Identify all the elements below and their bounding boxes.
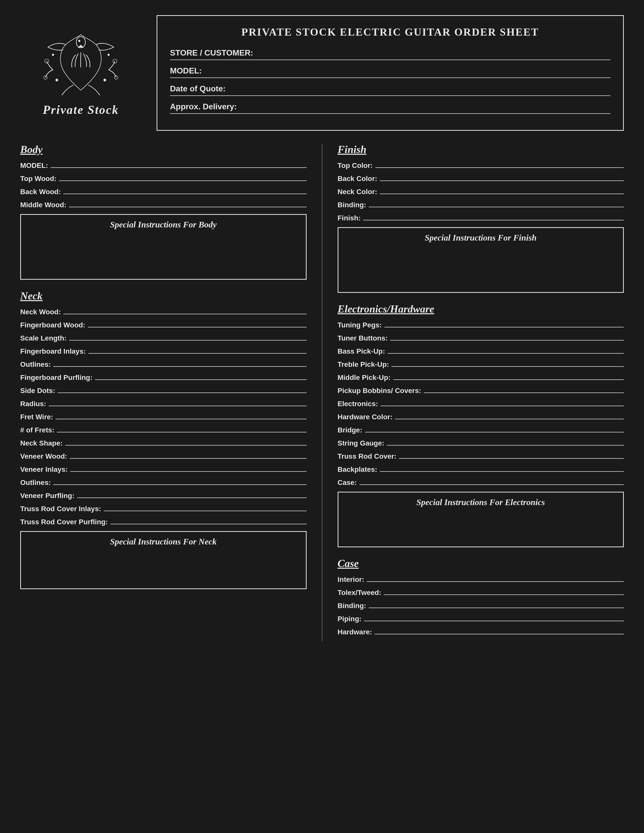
truss-rod-cover-inlays-line (104, 506, 307, 511)
fingerboard-purfling-line (95, 374, 306, 380)
tolex-tweed-line (384, 589, 624, 595)
middle-pickup-label: Middle Pick-Up: (338, 373, 391, 382)
veneer-wood-row: Veneer Wood: (20, 452, 307, 460)
header-form: PRIVATE STOCK ELECTRIC GUITAR ORDER SHEE… (156, 15, 624, 131)
num-frets-row: # of Frets: (20, 426, 307, 434)
piping-line (364, 616, 624, 621)
veneer-wood-label: Veneer Wood: (20, 452, 67, 460)
neck-instructions-box: Special Instructions For Neck (20, 531, 307, 589)
interior-line (367, 576, 624, 582)
top-wood-line (59, 175, 307, 181)
fingerboard-inlays-line (89, 348, 307, 354)
electronics-row: Electronics: (338, 400, 624, 408)
top-color-row: Top Color: (338, 162, 624, 170)
tuner-buttons-line (390, 335, 624, 341)
scale-length-line (69, 335, 307, 341)
string-gauge-line (387, 440, 624, 445)
back-wood-row: Back Wood: (20, 188, 307, 196)
neck-section: Neck Neck Wood: Fingerboard Wood: Scale … (20, 290, 307, 589)
electronics-section-title: Electronics/Hardware (338, 303, 624, 315)
body-model-line (50, 162, 306, 168)
finish-instructions-box: Special Instructions For Finish (338, 227, 624, 293)
finish-section: Finish Top Color: Back Color: Neck Color… (338, 143, 624, 293)
tuning-pegs-line (385, 322, 624, 327)
logo-brand-name: Private Stock (43, 103, 119, 117)
side-dots-label: Side Dots: (20, 387, 55, 395)
back-color-label: Back Color: (338, 175, 377, 183)
top-wood-label: Top Wood: (20, 175, 56, 183)
right-column: Finish Top Color: Back Color: Neck Color… (338, 143, 624, 641)
back-wood-line (63, 188, 306, 194)
electronics-instructions-box: Special Instructions For Electronics (338, 492, 624, 547)
fret-wire-label: Fret Wire: (20, 413, 53, 421)
scale-length-label: Scale Length: (20, 334, 67, 342)
neck-section-title: Neck (20, 290, 307, 302)
side-dots-row: Side Dots: (20, 387, 307, 395)
outlines-row: Outlines: (20, 360, 307, 368)
hardware-row: Hardware: (338, 628, 624, 636)
form-title: PRIVATE STOCK ELECTRIC GUITAR ORDER SHEE… (170, 26, 610, 38)
case-electronics-label: Case: (338, 479, 357, 487)
fret-wire-line (56, 414, 306, 419)
neck-shape-row: Neck Shape: (20, 439, 307, 447)
header-area: Private Stock PRIVATE STOCK ELECTRIC GUI… (20, 15, 624, 131)
bridge-line (365, 427, 624, 433)
truss-rod-cover-inlays-label: Truss Rod Cover Inlays: (20, 505, 101, 513)
case-section-title: Case (338, 557, 624, 569)
model-header-label: MODEL: (170, 66, 251, 76)
fingerboard-wood-label: Fingerboard Wood: (20, 321, 85, 329)
finish-line (363, 215, 624, 220)
veneer-purfling-label: Veneer Purfling: (20, 492, 74, 500)
pickup-bobbins-label: Pickup Bobbins/ Covers: (338, 387, 421, 395)
tuner-buttons-label: Tuner Buttons: (338, 334, 388, 342)
string-gauge-row: String Gauge: (338, 439, 624, 447)
neck-wood-row: Neck Wood: (20, 308, 307, 316)
backplates-label: Backplates: (338, 465, 377, 474)
electronics-section: Electronics/Hardware Tuning Pegs: Tuner … (338, 303, 624, 547)
outlines2-row: Outlines: (20, 479, 307, 487)
scale-length-row: Scale Length: (20, 334, 307, 342)
page: Private Stock PRIVATE STOCK ELECTRIC GUI… (20, 15, 624, 818)
pickup-bobbins-line (424, 388, 624, 393)
string-gauge-label: String Gauge: (338, 439, 385, 447)
outlines2-line (53, 479, 306, 485)
hardware-color-label: Hardware Color: (338, 413, 393, 421)
middle-wood-label: Middle Wood: (20, 201, 66, 209)
back-wood-label: Back Wood: (20, 188, 61, 196)
veneer-inlays-row: Veneer Inlays: (20, 465, 307, 474)
outlines2-label: Outlines: (20, 479, 51, 487)
fingerboard-inlays-row: Fingerboard Inlays: (20, 347, 307, 355)
middle-wood-line (69, 202, 307, 207)
bass-pickup-line (388, 348, 624, 354)
top-color-line (375, 162, 624, 168)
treble-pickup-row: Treble Pick-Up: (338, 360, 624, 368)
case-binding-label: Binding: (338, 602, 367, 610)
svg-point-6 (56, 79, 58, 81)
approx-delivery-row: Approx. Delivery: (170, 102, 610, 114)
hardware-color-row: Hardware Color: (338, 413, 624, 421)
truss-rod-cover-purfling-row: Truss Rod Cover Purfling: (20, 518, 307, 526)
date-quote-row: Date of Quote: (170, 84, 610, 96)
bridge-row: Bridge: (338, 426, 624, 434)
radius-label: Radius: (20, 400, 46, 408)
veneer-inlays-line (70, 466, 306, 472)
body-model-row: MODEL: (20, 162, 307, 170)
approx-delivery-line (251, 109, 610, 109)
pickup-bobbins-row: Pickup Bobbins/ Covers: (338, 387, 624, 395)
case-section: Case Interior: Tolex/Tweed: Binding: Pip… (338, 557, 624, 636)
side-dots-line (58, 388, 306, 393)
neck-shape-label: Neck Shape: (20, 439, 63, 447)
logo-icon (43, 29, 119, 100)
logo-area: Private Stock (20, 15, 142, 131)
outlines-label: Outlines: (20, 360, 51, 368)
num-frets-line (57, 427, 306, 433)
back-color-row: Back Color: (338, 175, 624, 183)
truss-rod-cover-purfling-label: Truss Rod Cover Purfling: (20, 518, 108, 526)
radius-line (49, 400, 307, 406)
finish-binding-row: Binding: (338, 201, 624, 209)
neck-color-label: Neck Color: (338, 188, 377, 196)
case-electronics-line (359, 479, 624, 485)
num-frets-label: # of Frets: (20, 426, 54, 434)
finish-section-title: Finish (338, 143, 624, 156)
interior-label: Interior: (338, 576, 364, 584)
